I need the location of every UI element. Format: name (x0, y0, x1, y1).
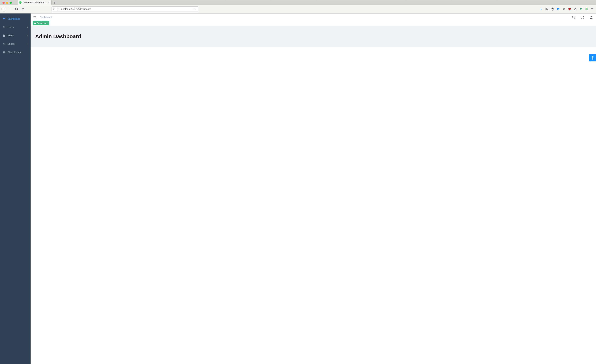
cart-icon (2, 51, 5, 54)
svg-point-13 (3, 26, 4, 27)
extension-shield-red-icon[interactable] (567, 7, 572, 11)
sidebar-item-label: Users (7, 26, 14, 29)
fullscreen-icon[interactable] (580, 15, 585, 20)
svg-rect-7 (574, 9, 576, 10)
tab-title: Dashboard - FastAPI Admin Tem (22, 1, 46, 4)
browser-toolbar: localhost:9527/#/dashboard ••• u (0, 5, 596, 13)
chevron-down-icon (27, 26, 29, 28)
gear-icon (590, 56, 594, 60)
browser-tab-active[interactable]: Dashboard - FastAPI Admin Tem ✕ (18, 0, 52, 5)
tab-strip: Dashboard - FastAPI Admin Tem ✕ ＋ (0, 0, 596, 5)
svg-point-16 (4, 44, 5, 45)
svg-point-2 (58, 8, 58, 9)
reload-button[interactable] (14, 6, 19, 12)
svg-point-15 (3, 44, 4, 45)
content-header: Admin Dashboard (30, 26, 596, 47)
forward-button[interactable] (7, 6, 13, 12)
window-minimize-icon[interactable] (6, 2, 8, 4)
extension-blue-icon[interactable]: u (556, 7, 560, 11)
page-actions-icon[interactable]: ••• (192, 8, 197, 10)
cart-icon (2, 43, 5, 45)
tag-dashboard[interactable]: Dashboard (33, 21, 49, 25)
window-controls (1, 2, 14, 5)
tag-label: Dashboard (37, 22, 47, 24)
url-path: :9527/#/dashboard (70, 8, 91, 10)
sidebar-item-users[interactable]: Users (0, 23, 30, 31)
chevron-down-icon (27, 43, 29, 45)
main-area: Dashboard Dashboard Admin Dashboard (30, 14, 596, 364)
topbar: Dashboard (30, 14, 596, 21)
new-tab-button[interactable]: ＋ (52, 1, 57, 5)
svg-point-4 (552, 8, 553, 9)
breadcrumb: Dashboard (40, 16, 52, 19)
svg-line-23 (574, 18, 575, 18)
back-button[interactable] (1, 7, 6, 12)
search-icon[interactable] (571, 15, 576, 20)
window-close-icon[interactable] (2, 2, 5, 4)
extension-lock-icon[interactable] (573, 7, 578, 11)
tab-close-icon[interactable]: ✕ (48, 1, 50, 4)
sidebar-item-roles[interactable]: Roles (0, 31, 30, 40)
pocket-icon[interactable] (561, 7, 566, 11)
svg-point-24 (591, 16, 592, 17)
app-root: Dashboard Users Roles Shops (0, 14, 596, 364)
svg-point-18 (4, 53, 5, 53)
tags-view: Dashboard (30, 21, 596, 26)
svg-point-22 (572, 16, 574, 18)
user-icon (2, 26, 5, 29)
sidebar: Dashboard Users Roles Shops (0, 14, 30, 364)
lock-icon (2, 34, 5, 37)
svg-point-17 (3, 53, 4, 53)
home-button[interactable] (20, 6, 26, 12)
address-bar-url: localhost:9527/#/dashboard (61, 8, 191, 10)
profile-icon[interactable] (589, 15, 594, 20)
sidebar-item-label: Roles (7, 34, 14, 37)
sidebar-item-label: Shops (7, 43, 15, 45)
chevron-down-icon (27, 35, 29, 36)
extension-colorful-icon[interactable] (584, 7, 589, 11)
info-icon (57, 8, 60, 10)
browser-chrome: Dashboard - FastAPI Admin Tem ✕ ＋ localh… (0, 0, 596, 14)
page-title: Admin Dashboard (35, 33, 81, 39)
settings-drawer-button[interactable] (589, 54, 596, 61)
address-bar[interactable]: localhost:9527/#/dashboard ••• (52, 6, 198, 12)
sidebar-item-shop-prices[interactable]: Shop Prices (0, 48, 30, 56)
svg-text:u: u (558, 8, 559, 10)
svg-rect-14 (3, 35, 5, 36)
app-menu-icon[interactable] (590, 7, 595, 11)
svg-point-8 (585, 8, 588, 10)
content-area: Admin Dashboard (30, 26, 596, 364)
sidebar-item-shops[interactable]: Shops (0, 40, 30, 48)
dashboard-icon (2, 17, 5, 20)
account-icon[interactable] (550, 7, 555, 11)
sidebar-item-dashboard[interactable]: Dashboard (0, 15, 30, 23)
tag-active-dot-icon (34, 22, 36, 24)
downloads-icon[interactable] (539, 7, 544, 11)
sidebar-toggle-button[interactable] (33, 15, 37, 19)
tab-favicon-icon (19, 1, 22, 4)
sidebar-item-label: Shop Prices (7, 51, 21, 54)
svg-point-25 (592, 57, 593, 58)
sidebar-item-label: Dashboard (7, 17, 20, 20)
shield-icon (53, 8, 56, 10)
window-zoom-icon[interactable] (10, 2, 12, 4)
extension-vue-icon[interactable] (579, 7, 583, 11)
svg-point-12 (4, 19, 4, 19)
library-icon[interactable] (544, 7, 549, 11)
url-host: localhost (61, 8, 70, 10)
